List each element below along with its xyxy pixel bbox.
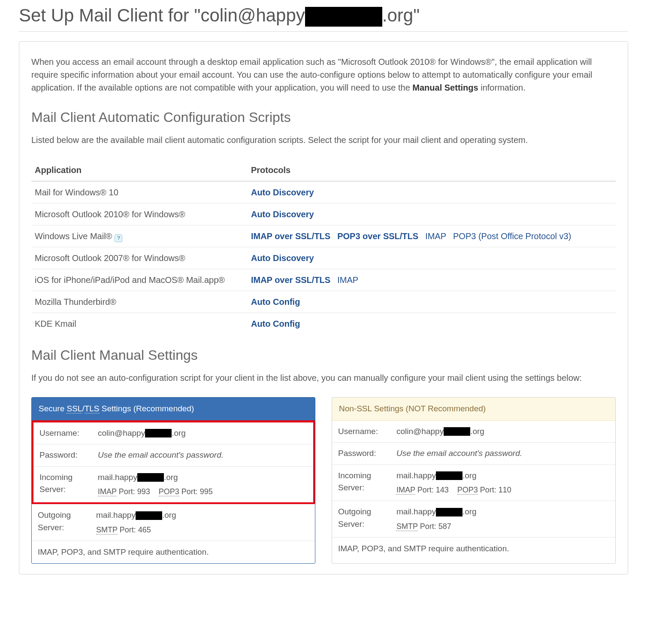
th-protocols: Protocols [248,159,616,181]
protocols-cell: Auto Discovery [248,181,616,204]
nonssl-password-hint: Use the email account's password. [396,443,615,465]
protocols-cell: IMAP over SSL/TLSIMAP [248,269,616,291]
nonssl-settings-panel: Non-SSL Settings (NOT Recommended) Usern… [332,397,616,564]
protocols-cell: Auto Config [248,291,616,313]
nonssl-outgoing-value: mail.happy .org SMTP Port: 587 [396,501,615,537]
table-row: Mail for Windows® 10Auto Discovery [31,181,616,204]
table-row: Microsoft Outlook 2010® for Windows®Auto… [31,204,616,225]
protocols-cell: Auto Discovery [248,247,616,269]
intro-text: When you access an email account through… [31,55,616,94]
secure-auth-note: IMAP, POP3, and SMTP require authenticat… [32,541,315,564]
page-title: Set Up Mail Client for "colin@happy .org… [19,2,628,32]
table-row: Mozilla Thunderbird®Auto Config [31,291,616,313]
protocol-link[interactable]: Auto Config [251,297,300,307]
scripts-table: Application Protocols Mail for Windows® … [31,159,616,334]
content-card: When you access an email account through… [19,41,628,574]
protocol-link[interactable]: POP3 (Post Office Protocol v3) [453,231,571,241]
protocol-link[interactable]: IMAP [425,231,446,241]
scripts-heading: Mail Client Automatic Configuration Scri… [31,107,616,128]
table-row: Windows Live Mail®?IMAP over SSL/TLSPOP3… [31,225,616,247]
protocols-cell: Auto Config [248,313,616,335]
nonssl-auth-note: IMAP, POP3, and SMTP require authenticat… [332,537,615,560]
app-cell: Windows Live Mail®? [31,225,248,247]
secure-panel-header: Secure SSL/TLS Settings (Recommended) [32,398,315,421]
protocol-link[interactable]: Auto Discovery [251,253,314,263]
secure-incoming-label: Incoming Server: [33,467,98,503]
secure-outgoing-label: Outgoing Server: [32,504,96,541]
table-row: KDE KmailAuto Config [31,313,616,335]
app-cell: Mail for Windows® 10 [31,181,248,204]
nonssl-incoming-label: Incoming Server: [332,465,396,501]
table-row: Microsoft Outlook 2007® for Windows®Auto… [31,247,616,269]
secure-incoming-value: mail.happy .org IMAP Port: 993 POP3 Port… [98,467,313,503]
help-icon[interactable]: ? [115,234,122,242]
protocol-link[interactable]: Auto Discovery [251,210,314,219]
secure-username-value: colin@happy .org [98,422,313,444]
app-cell: Microsoft Outlook 2010® for Windows® [31,204,248,225]
manual-heading: Mail Client Manual Settings [31,345,616,365]
nonssl-incoming-value: mail.happy .org IMAP Port: 143 POP3 Port… [396,465,615,501]
app-cell: Microsoft Outlook 2007® for Windows® [31,247,248,269]
protocol-link[interactable]: Auto Config [251,319,300,328]
app-cell: iOS for iPhone/iPad/iPod and MacOS® Mail… [31,269,248,291]
th-application: Application [31,159,248,181]
protocol-link[interactable]: IMAP over SSL/TLS [251,275,330,285]
nonssl-panel-header: Non-SSL Settings (NOT Recommended) [332,398,615,421]
nonssl-username-value: colin@happy .org [396,421,615,443]
protocols-cell: Auto Discovery [248,204,616,225]
protocol-link[interactable]: IMAP over SSL/TLS [251,231,330,241]
nonssl-outgoing-label: Outgoing Server: [332,501,396,537]
manual-settings-strong: Manual Settings [412,83,478,92]
nonssl-password-label: Password: [332,443,396,465]
nonssl-username-label: Username: [332,421,396,443]
protocol-link[interactable]: IMAP [337,275,358,285]
highlighted-region: Username: colin@happy .org Password: Use… [31,420,315,505]
app-cell: Mozilla Thunderbird® [31,291,248,313]
secure-username-label: Username: [33,422,98,444]
secure-settings-panel: Secure SSL/TLS Settings (Recommended) Us… [31,397,315,564]
protocol-link[interactable]: POP3 over SSL/TLS [337,231,418,241]
protocol-link[interactable]: Auto Discovery [251,188,314,197]
scripts-sub: Listed below are the available mail clie… [31,134,616,146]
secure-password-hint: Use the email account's password. [98,444,313,466]
app-cell: KDE Kmail [31,313,248,335]
table-row: iOS for iPhone/iPad/iPod and MacOS® Mail… [31,269,616,291]
secure-password-label: Password: [33,444,98,466]
protocols-cell: IMAP over SSL/TLSPOP3 over SSL/TLSIMAPPO… [248,225,616,247]
manual-sub: If you do not see an auto-configuration … [31,371,616,384]
secure-outgoing-value: mail.happy .org SMTP Port: 465 [96,504,315,541]
